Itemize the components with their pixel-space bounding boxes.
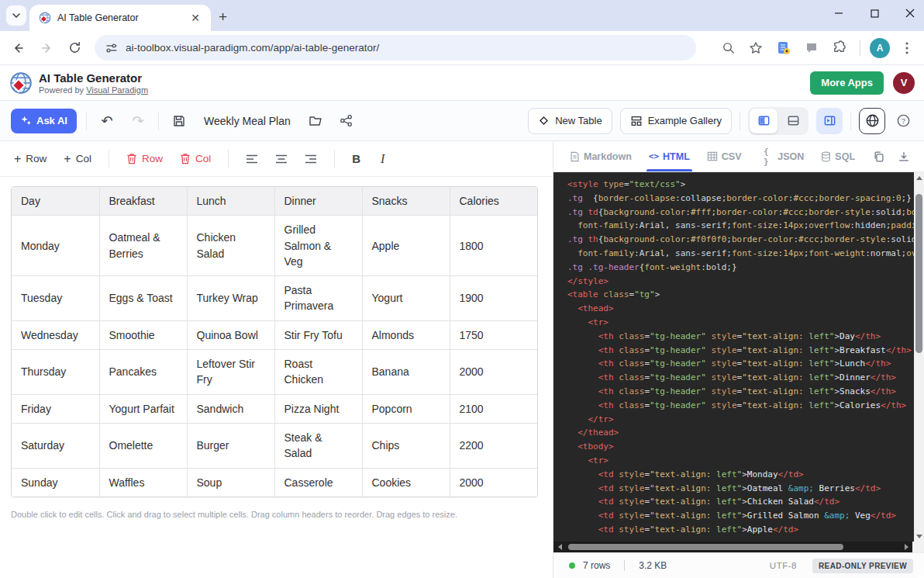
new-tab-button[interactable]: + xyxy=(219,9,227,24)
bookmark-star-icon[interactable] xyxy=(745,37,767,59)
delete-col-button[interactable]: Col xyxy=(180,153,211,164)
table-cell[interactable]: 1800 xyxy=(450,216,537,276)
example-gallery-button[interactable]: Example Gallery xyxy=(620,108,732,134)
reload-button[interactable] xyxy=(62,36,87,61)
table-cell[interactable]: Turkey Wrap xyxy=(187,276,274,321)
scroll-down-icon[interactable] xyxy=(914,531,924,542)
table-cell[interactable]: Steak & Salad xyxy=(274,423,362,468)
table-cell[interactable]: Leftover Stir Fry xyxy=(187,350,274,395)
table-cell[interactable]: Oatmeal & Berries xyxy=(99,216,187,276)
table-cell[interactable]: Waffles xyxy=(99,468,187,497)
table-cell[interactable]: Casserole xyxy=(274,468,362,497)
language-button[interactable] xyxy=(859,108,885,134)
vscroll-track[interactable] xyxy=(914,183,924,531)
column-header[interactable]: Snacks xyxy=(362,187,450,216)
table-cell[interactable]: Quinoa Bowl xyxy=(187,320,274,349)
tab-search-button[interactable] xyxy=(6,5,26,26)
visual-paradigm-link[interactable]: Visual Paradigm xyxy=(86,85,148,95)
download-code-button[interactable] xyxy=(893,146,915,168)
table-cell[interactable]: 2000 xyxy=(450,350,537,395)
align-center-button[interactable] xyxy=(275,154,288,164)
table-cell[interactable]: Soup xyxy=(187,468,274,497)
url-text[interactable]: ai-toolbox.visual-paradigm.com/app/ai-ta… xyxy=(126,42,379,54)
more-apps-button[interactable]: More Apps xyxy=(810,71,884,95)
table-cell[interactable]: 2100 xyxy=(450,394,537,423)
table-cell[interactable]: Roast Chicken xyxy=(274,350,362,395)
table-cell[interactable]: Eggs & Toast xyxy=(99,276,187,321)
column-header[interactable]: Calories xyxy=(450,187,537,216)
redo-button[interactable]: ↷ xyxy=(127,110,149,132)
table-cell[interactable]: Omelette xyxy=(99,423,187,468)
split-horizontal-toggle[interactable] xyxy=(779,109,807,133)
table-cell[interactable]: Popcorn xyxy=(362,394,450,423)
add-row-button[interactable]: +Row xyxy=(14,153,47,165)
italic-button[interactable]: I xyxy=(378,152,388,166)
table-cell[interactable]: 2000 xyxy=(450,468,537,497)
help-button[interactable]: ? xyxy=(893,111,913,131)
table-cell[interactable]: 1750 xyxy=(450,320,537,349)
table-cell[interactable]: Chicken Salad xyxy=(187,216,274,276)
table-cell[interactable]: Almonds xyxy=(362,320,450,349)
table-cell[interactable]: 2200 xyxy=(450,423,537,468)
table-cell[interactable]: Friday xyxy=(12,394,99,423)
browser-profile-avatar[interactable]: A xyxy=(870,38,890,58)
hscroll-thumb[interactable] xyxy=(568,544,843,550)
save-button[interactable] xyxy=(168,110,190,132)
share-button[interactable] xyxy=(336,110,357,132)
vscroll-thumb[interactable] xyxy=(915,194,922,353)
table-cell[interactable]: Burger xyxy=(187,423,274,468)
table-cell[interactable]: Sunday xyxy=(12,468,99,497)
align-left-button[interactable] xyxy=(246,154,258,164)
table-cell[interactable]: Thursday xyxy=(12,350,99,395)
code-preview[interactable]: <style type="text/css">.tg {border-colla… xyxy=(553,172,924,542)
user-avatar[interactable]: V xyxy=(893,72,915,94)
extension-doc-icon[interactable] xyxy=(773,37,795,59)
table-cell[interactable]: Apple xyxy=(362,216,450,276)
add-col-button[interactable]: +Col xyxy=(64,153,91,165)
split-vertical-toggle[interactable] xyxy=(750,109,777,133)
site-settings-icon[interactable] xyxy=(105,42,118,54)
table-cell[interactable]: Chips xyxy=(362,423,450,468)
delete-row-button[interactable]: Row xyxy=(126,153,163,164)
zoom-icon[interactable] xyxy=(717,37,739,59)
tab-json[interactable]: { } JSON xyxy=(751,141,811,171)
new-table-button[interactable]: New Table xyxy=(528,108,612,134)
table-cell[interactable]: Banana xyxy=(362,350,450,395)
table-cell[interactable]: Grilled Salmon & Veg xyxy=(274,216,362,276)
tab-close-icon[interactable]: ✕ xyxy=(188,11,203,25)
undo-button[interactable]: ↶ xyxy=(96,110,118,132)
tab-sql[interactable]: SQL xyxy=(814,141,862,171)
table-cell[interactable]: Pancakes xyxy=(99,350,187,395)
table-cell[interactable]: Yogurt xyxy=(362,276,450,321)
table-cell[interactable]: Monday xyxy=(12,216,99,276)
tab-csv[interactable]: CSV xyxy=(700,141,749,171)
bold-button[interactable]: B xyxy=(352,152,360,165)
column-header[interactable]: Breakfast xyxy=(99,187,187,216)
copy-code-button[interactable] xyxy=(868,146,890,168)
code-horizontal-scrollbar[interactable] xyxy=(553,542,924,552)
chat-extension-icon[interactable] xyxy=(801,37,822,59)
tab-markdown[interactable]: Markdown xyxy=(563,141,639,171)
toggle-right-panel-button[interactable] xyxy=(816,108,843,134)
forward-button[interactable] xyxy=(34,36,59,61)
table-cell[interactable]: Sandwich xyxy=(187,394,274,423)
browser-menu-icon[interactable] xyxy=(896,37,918,59)
scroll-up-icon[interactable] xyxy=(914,172,924,183)
maximize-button[interactable] xyxy=(867,9,882,18)
scroll-left-icon[interactable] xyxy=(553,544,566,550)
minimize-button[interactable] xyxy=(831,9,846,18)
address-bar[interactable]: ai-toolbox.visual-paradigm.com/app/ai-ta… xyxy=(95,35,696,61)
column-header[interactable]: Day xyxy=(12,187,99,216)
table-cell[interactable]: Stir Fry Tofu xyxy=(274,320,362,349)
table-cell[interactable]: 1900 xyxy=(450,276,537,321)
open-folder-button[interactable] xyxy=(305,110,326,132)
close-window-button[interactable] xyxy=(902,9,918,18)
table-cell[interactable]: Saturday xyxy=(12,423,99,468)
table-cell[interactable]: Cookies xyxy=(362,468,450,497)
back-button[interactable] xyxy=(6,36,31,61)
column-header[interactable]: Lunch xyxy=(187,187,274,216)
table-cell[interactable]: Tuesday xyxy=(12,276,99,321)
document-title[interactable]: Weekly Meal Plan xyxy=(204,115,291,127)
align-right-button[interactable] xyxy=(305,154,317,164)
column-header[interactable]: Dinner xyxy=(274,187,362,216)
